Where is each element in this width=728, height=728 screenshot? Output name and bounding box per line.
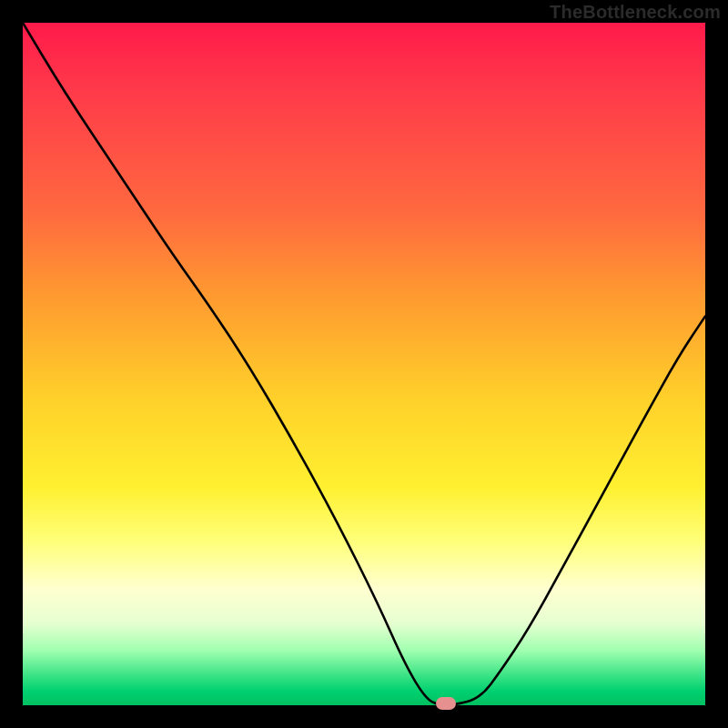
watermark-text: TheBottleneck.com xyxy=(550,2,721,23)
bottleneck-curve-svg xyxy=(23,23,705,705)
optimal-point-marker xyxy=(436,697,456,710)
bottleneck-curve xyxy=(23,23,705,705)
plot-area xyxy=(23,23,705,705)
